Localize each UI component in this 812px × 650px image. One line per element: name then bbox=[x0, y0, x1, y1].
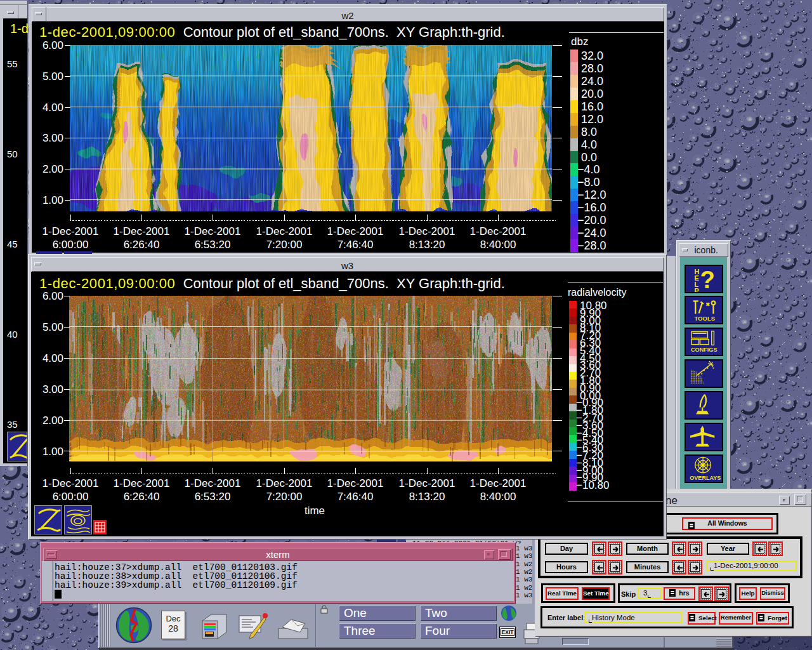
svg-text:OVERLAYS: OVERLAYS bbox=[690, 475, 721, 481]
svg-text:TOOLS: TOOLS bbox=[694, 315, 715, 322]
svg-text:CONFIGS: CONFIGS bbox=[691, 347, 717, 353]
svg-text:?: ? bbox=[700, 266, 714, 292]
svg-text:P: P bbox=[694, 286, 698, 291]
